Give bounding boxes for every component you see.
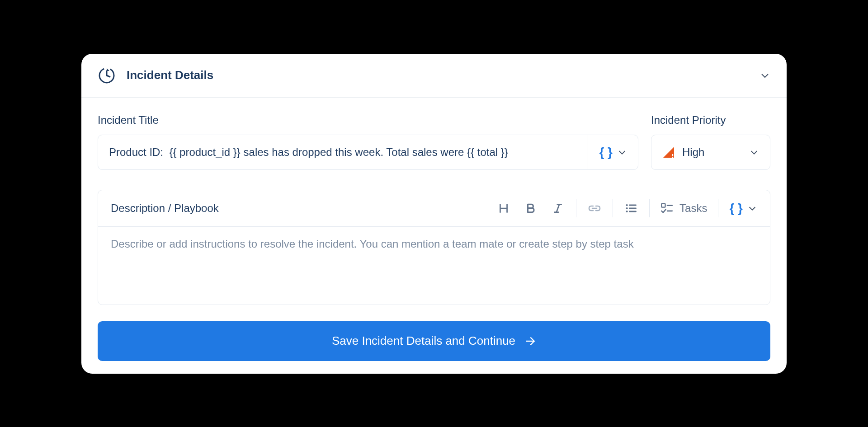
chevron-down-icon xyxy=(747,203,757,213)
chevron-down-icon xyxy=(760,70,770,81)
incident-priority-field: Incident Priority High xyxy=(651,114,770,170)
incident-title-field: Incident Title { } xyxy=(98,114,638,170)
chevron-down-icon xyxy=(749,147,759,157)
description-textarea[interactable] xyxy=(111,238,757,292)
card-header: Incident Details xyxy=(81,54,787,98)
incident-details-card: Incident Details Incident Title { } xyxy=(81,54,787,374)
description-editor: Description / Playbook xyxy=(98,190,770,305)
editor-label: Description / Playbook xyxy=(111,202,219,215)
heading-icon xyxy=(498,202,509,214)
toolbar-tasks-group: Tasks xyxy=(650,201,718,216)
incident-priority-select[interactable]: High xyxy=(651,135,770,170)
toolbar-link-group xyxy=(576,201,613,216)
page-title: Incident Details xyxy=(127,68,213,82)
incident-clock-icon xyxy=(98,66,116,84)
save-button-label: Save Incident Details and Continue xyxy=(332,334,515,348)
bold-button[interactable] xyxy=(524,201,538,216)
tasks-button[interactable]: Tasks xyxy=(660,201,707,216)
incident-title-input-wrapper: { } xyxy=(98,135,638,170)
tasks-icon xyxy=(660,202,673,215)
card-content: Incident Title { } Incident Priority xyxy=(81,98,787,374)
bold-icon xyxy=(525,202,537,214)
editor-toolbar: Description / Playbook xyxy=(98,190,770,227)
toolbar-format-group xyxy=(486,201,576,216)
link-icon xyxy=(588,203,601,213)
heading-button[interactable] xyxy=(496,201,511,216)
svg-rect-3 xyxy=(672,154,673,156)
svg-rect-14 xyxy=(661,203,665,207)
editor-body xyxy=(98,227,770,305)
bullet-list-button[interactable] xyxy=(624,201,638,216)
bullet-list-icon xyxy=(625,202,637,215)
toolbar-controls: Tasks { } xyxy=(486,199,757,217)
incident-title-label: Incident Title xyxy=(98,114,638,127)
svg-point-9 xyxy=(626,207,628,209)
braces-icon: { } xyxy=(729,201,743,216)
incident-priority-label: Incident Priority xyxy=(651,114,770,127)
svg-point-10 xyxy=(626,210,628,212)
insert-variable-button[interactable]: { } xyxy=(588,135,638,169)
svg-rect-4 xyxy=(672,157,673,158)
svg-line-7 xyxy=(557,204,560,212)
tasks-label: Tasks xyxy=(679,202,707,215)
italic-icon xyxy=(552,202,564,214)
save-and-continue-button[interactable]: Save Incident Details and Continue xyxy=(98,321,770,361)
priority-value: High xyxy=(682,146,704,159)
arrow-right-icon xyxy=(524,335,536,347)
editor-insert-variable-button[interactable]: { } xyxy=(718,201,757,216)
toolbar-list-group xyxy=(613,201,649,216)
collapse-toggle[interactable] xyxy=(760,70,770,81)
chevron-down-icon xyxy=(617,147,627,157)
svg-point-8 xyxy=(626,204,628,206)
priority-high-icon xyxy=(662,146,675,159)
link-button[interactable] xyxy=(587,201,602,216)
form-row: Incident Title { } Incident Priority xyxy=(98,114,770,170)
svg-line-2 xyxy=(107,75,110,77)
priority-left: High xyxy=(662,146,704,159)
italic-button[interactable] xyxy=(551,201,565,216)
incident-title-input[interactable] xyxy=(98,135,588,169)
braces-icon: { } xyxy=(599,145,613,160)
header-left: Incident Details xyxy=(98,66,213,84)
